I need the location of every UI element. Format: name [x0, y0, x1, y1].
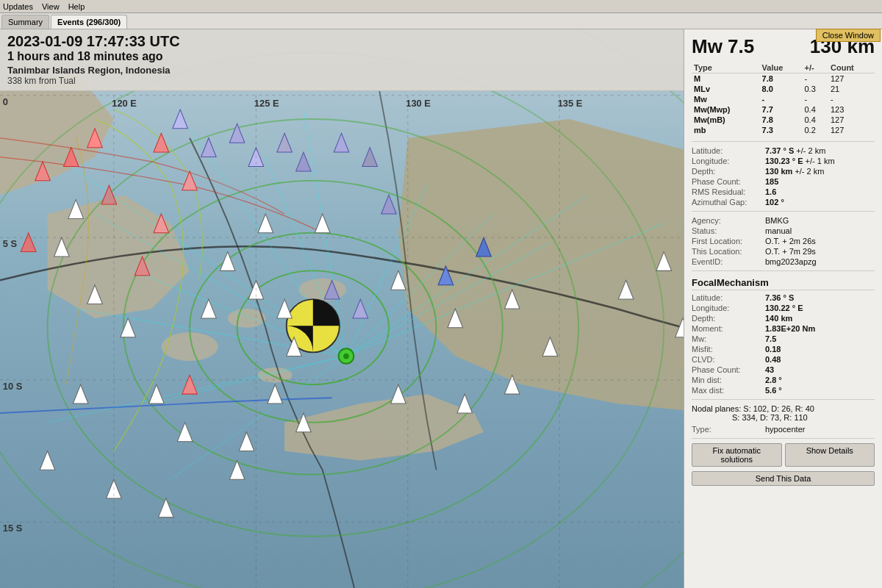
fm-depth-value: 140 km — [765, 314, 875, 323]
fm-max-dist-row: Max dist: 5.6 ° — [692, 386, 875, 395]
earthquake-location: Tanimbar Islands Region, Indonesia — [7, 65, 676, 76]
this-location-value: O.T. + 7m 29s — [765, 247, 875, 256]
mw-value: Mw 7.5 — [692, 35, 754, 58]
fm-latitude-label: Latitude: — [692, 293, 765, 302]
fm-longitude-label: Longitude: — [692, 304, 765, 312]
menu-view[interactable]: View — [42, 2, 60, 11]
fm-moment-label: Moment: — [692, 324, 765, 333]
svg-marker-41 — [220, 252, 235, 271]
fm-misfit-value: 0.18 — [765, 345, 875, 354]
info-panel: Mw 7.5 130 km Type Value +/- Count M7.8-… — [684, 29, 882, 588]
event-id-label: EventID: — [692, 257, 765, 266]
svg-marker-38 — [158, 498, 173, 517]
svg-marker-75 — [173, 110, 188, 129]
svg-marker-54 — [457, 394, 473, 413]
phase-count-value: 185 — [765, 177, 875, 186]
fm-clvd-label: CLVD: — [692, 355, 765, 364]
fm-max-dist-value: 5.6 ° — [765, 386, 875, 395]
svg-marker-39 — [229, 460, 245, 479]
event-id-row: EventID: bmg2023apzg — [692, 257, 875, 266]
fm-clvd-value: 0.48 — [765, 355, 875, 364]
longitude-value: 130.23 ° E +/- 1 km — [765, 157, 875, 165]
svg-marker-43 — [277, 299, 293, 318]
col-value: Value — [760, 62, 803, 74]
nodal-planes-text: Nodal planes: S: 102, D: 26, R: 40 S: 33… — [692, 404, 875, 422]
fm-longitude-value: 130.22 ° E — [765, 304, 875, 312]
this-location-label: This Location: — [692, 247, 765, 256]
send-data-row: Send This Data — [692, 471, 875, 486]
mag-table-row: Mw(mB)7.80.4127 — [692, 115, 875, 125]
svg-marker-34 — [149, 384, 165, 404]
svg-marker-40 — [201, 299, 217, 318]
close-window-button[interactable]: Close Window — [816, 29, 881, 42]
status-value: manual — [765, 226, 875, 235]
svg-marker-60 — [258, 214, 273, 233]
fm-latitude-row: Latitude: 7.36 ° S — [692, 293, 875, 302]
svg-marker-79 — [296, 152, 312, 171]
fm-moment-row: Moment: 1.83E+20 Nm — [692, 324, 875, 333]
fm-mw-row: Mw: 7.5 — [692, 334, 875, 343]
agency-row: Agency: BMKG — [692, 216, 875, 225]
svg-marker-73 — [182, 375, 198, 394]
show-details-button[interactable]: Show Details — [785, 443, 875, 467]
phase-count-label: Phase Count: — [692, 177, 765, 186]
depth-row: Depth: 130 km +/- 2 km — [692, 167, 875, 176]
fm-mw-label: Mw: — [692, 334, 765, 343]
svg-text:10 S: 10 S — [3, 381, 23, 392]
longitude-label: Longitude: — [692, 157, 765, 165]
mag-table-row: mb7.30.2127 — [692, 125, 875, 135]
svg-marker-78 — [277, 133, 293, 152]
svg-marker-35 — [73, 384, 88, 404]
svg-marker-70 — [154, 133, 169, 152]
action-buttons: Fix automatic solutions Show Details — [692, 443, 875, 467]
svg-text:0: 0 — [3, 96, 8, 107]
event-id-value: bmg2023apzg — [765, 257, 875, 266]
azimuthal-gap-row: Azimuthal Gap: 102 ° — [692, 198, 875, 207]
fm-moment-value: 1.83E+20 Nm — [765, 324, 875, 333]
agency-value: BMKG — [765, 216, 875, 225]
mag-table-row: MLv8.00.321 — [692, 84, 875, 94]
svg-marker-66 — [21, 233, 36, 252]
col-type: Type — [692, 62, 760, 74]
svg-marker-81 — [362, 148, 378, 167]
tab-bar: Summary Events (296/300) Close Window — [0, 13, 882, 29]
tab-events[interactable]: Events (296/300) — [51, 15, 127, 29]
send-data-button[interactable]: Send This Data — [692, 471, 875, 486]
fm-min-dist-label: Min dist: — [692, 376, 765, 384]
menu-updates[interactable]: Updates — [3, 2, 33, 11]
col-count: Count — [828, 62, 875, 74]
svg-point-29 — [343, 354, 349, 359]
longitude-row: Longitude: 130.23 ° E +/- 1 km — [692, 157, 875, 165]
tab-summary[interactable]: Summary — [1, 15, 49, 29]
first-location-value: O.T. + 2m 26s — [765, 237, 875, 245]
fm-misfit-label: Misfit: — [692, 345, 765, 354]
menu-help[interactable]: Help — [68, 2, 85, 11]
svg-text:15 S: 15 S — [3, 523, 23, 534]
fix-solutions-button[interactable]: Fix automatic solutions — [692, 443, 782, 467]
svg-marker-82 — [381, 195, 397, 214]
fm-type-value: hypocenter — [765, 425, 875, 434]
svg-marker-84 — [353, 299, 368, 318]
fm-mw-value: 7.5 — [765, 334, 875, 343]
earthquake-distance: 338 km from Tual — [7, 76, 676, 86]
rms-label: RMS Residual: — [692, 187, 765, 196]
fm-depth-row: Depth: 140 km — [692, 314, 875, 323]
svg-marker-47 — [239, 432, 254, 451]
svg-marker-61 — [315, 214, 330, 233]
mag-table-row: M7.8-127 — [692, 74, 875, 85]
this-location-row: This Location: O.T. + 7m 29s — [692, 247, 875, 256]
svg-marker-55 — [391, 384, 406, 404]
fm-phase-count-value: 43 — [765, 365, 875, 374]
depth-label: Depth: — [692, 167, 765, 176]
svg-marker-80 — [334, 133, 349, 152]
magnitude-table: Type Value +/- Count M7.8-127MLv8.00.321… — [692, 62, 875, 135]
agency-label: Agency: — [692, 216, 765, 225]
first-location-label: First Location: — [692, 237, 765, 245]
svg-text:130 E: 130 E — [406, 98, 431, 109]
fm-type-label: Type: — [692, 425, 765, 434]
depth-display: 130 km +/- 2 km — [765, 167, 875, 176]
fm-longitude-row: Longitude: 130.22 ° E — [692, 304, 875, 312]
svg-line-25 — [48, 356, 346, 423]
rms-value: 1.6 — [765, 187, 875, 196]
latitude-label: Latitude: — [692, 146, 765, 155]
